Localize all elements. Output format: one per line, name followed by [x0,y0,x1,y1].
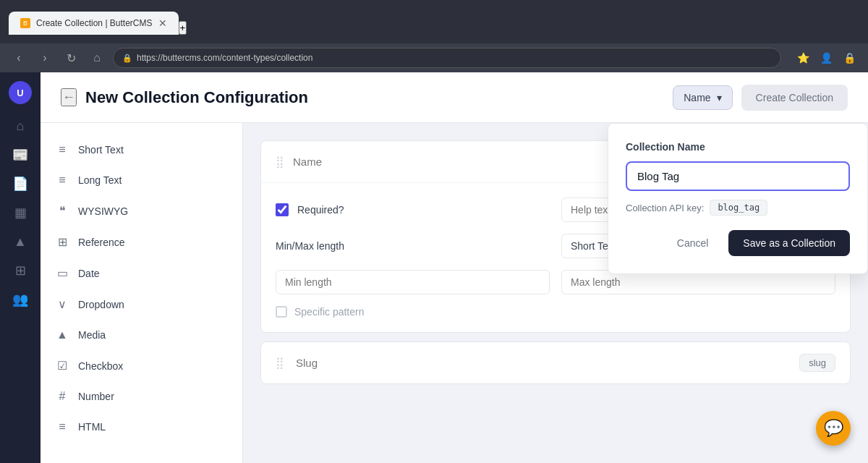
back-button[interactable]: ‹ [9,48,29,68]
pattern-row: Specific pattern [276,306,835,318]
min-length-input[interactable] [276,270,550,294]
required-label: Required? [297,204,344,216]
short-text-icon: ≡ [55,143,69,156]
vpn-button[interactable]: 🔒 [839,48,859,68]
chevron-down-icon: ▾ [717,92,722,103]
url-text: https://buttercms.com/content-types/coll… [137,53,312,63]
field-type-label: Checkbox [78,360,123,372]
user-avatar[interactable]: U [9,81,32,104]
refresh-button[interactable]: ↻ [61,48,81,68]
field-type-number[interactable]: # Number [41,381,242,412]
lock-icon: 🔒 [122,54,132,63]
field-type-label: Dropdown [78,299,124,310]
wysiwyg-icon: ❝ [55,204,69,218]
field-type-label: HTML [78,421,106,433]
page-header-right: Name ▾ Create Collection [673,85,848,111]
field-type-sidebar: ≡ Short Text ≡ Long Text ❝ WYSIWYG ⊞ Ref… [41,123,243,463]
pattern-checkbox[interactable] [276,306,287,318]
browser-tabs: B Create Collection | ButterCMS ✕ + [9,9,187,35]
back-button[interactable]: ← [61,88,77,106]
page-title: New Collection Configuration [85,88,308,107]
pattern-label: Specific pattern [294,306,365,318]
collection-name-input[interactable] [626,161,850,191]
slug-drag-handle-icon: ⣿ [276,356,284,370]
html-icon: ≡ [55,420,69,433]
address-bar[interactable]: 🔒 https://buttercms.com/content-types/co… [113,48,781,68]
editor-area: ⣿ name Required? [243,123,868,463]
minmax-label: Min/Max length [276,240,344,252]
long-text-icon: ≡ [55,174,69,187]
nav-media-icon[interactable]: ▲ [7,229,33,255]
field-type-label: Short Text [78,144,124,156]
nav-home-icon[interactable]: ⌂ [7,113,33,139]
name-dropdown[interactable]: Name ▾ [673,85,732,110]
save-collection-button[interactable]: Save as a Collection [728,230,850,256]
nav-sidebar: U ⌂ 📰 📄 ▦ ▲ ⊞ 👥 [0,72,41,463]
date-icon: ▭ [55,266,69,280]
field-type-wysiwyg[interactable]: ❝ WYSIWYG [41,195,242,226]
field-type-label: Media [78,329,106,341]
add-tab-button[interactable]: + [179,21,187,35]
field-type-label: Long Text [78,174,122,186]
field-type-reference[interactable]: ⊞ Reference [41,226,242,258]
nav-collections-icon[interactable]: ▦ [7,200,33,226]
field-type-dropdown[interactable]: ∨ Dropdown [41,289,242,320]
panel-actions: Cancel Save as a Collection [626,230,850,256]
create-collection-button[interactable]: Create Collection [741,85,848,111]
profile-button[interactable]: 👤 [816,48,836,68]
field-type-long-text[interactable]: ≡ Long Text [41,165,242,195]
page-header: ← New Collection Configuration Name ▾ Cr… [41,72,868,123]
chat-icon: 💬 [824,419,843,438]
home-button[interactable]: ⌂ [87,48,107,68]
field-type-short-text[interactable]: ≡ Short Text [41,135,242,165]
field-type-media[interactable]: ▲ Media [41,320,242,350]
extensions-button[interactable]: ⭐ [793,48,813,68]
tab-title: Create Collection | ButterCMS [36,18,153,28]
checkbox-icon: ☑ [55,359,69,373]
required-row: Required? [276,197,550,222]
drag-handle-icon: ⣿ [276,155,284,169]
field-type-label: WYSIWYG [78,205,128,217]
cancel-button[interactable]: Cancel [665,232,720,255]
required-checkbox[interactable] [276,203,289,216]
field-type-label: Number [78,391,114,402]
field-type-date[interactable]: ▭ Date [41,258,242,289]
slug-badge: slug [799,354,835,372]
tab-favicon: B [20,18,30,28]
browser-chrome: B Create Collection | ButterCMS ✕ + [0,0,868,43]
api-key-row: Collection API key: blog_tag [626,200,850,216]
tab-close-button[interactable]: ✕ [158,17,167,29]
field-type-label: Date [78,268,100,279]
field-type-html[interactable]: ≡ HTML [41,412,242,442]
nav-pages-icon[interactable]: 📄 [7,171,33,197]
api-key-label: Collection API key: [626,203,704,213]
nav-users-icon[interactable]: 👥 [7,286,33,313]
active-tab[interactable]: B Create Collection | ButterCMS ✕ [9,12,179,35]
dropdown-icon: ∨ [55,297,69,311]
page-header-left: ← New Collection Configuration [61,88,308,107]
content-area: ≡ Short Text ≡ Long Text ❝ WYSIWYG ⊞ Ref… [41,123,868,463]
nav-grid-icon[interactable]: ⊞ [7,258,33,284]
reference-icon: ⊞ [55,235,69,249]
nav-posts-icon[interactable]: 📰 [7,142,33,168]
browser-actions: ⭐ 👤 🔒 [793,48,859,68]
chat-button[interactable]: 💬 [816,411,851,446]
forward-button[interactable]: › [35,48,55,68]
number-icon: # [55,390,69,403]
browser-toolbar: ‹ › ↻ ⌂ 🔒 https://buttercms.com/content-… [0,43,868,72]
main-content: ← New Collection Configuration Name ▾ Cr… [41,72,868,463]
collection-panel: Collection Name Collection API key: blog… [608,123,868,274]
minmax-label-container: Min/Max length [276,234,550,258]
field-type-checkbox[interactable]: ☑ Checkbox [41,350,242,381]
slug-field-row: ⣿ slug [260,341,851,384]
field-type-label: Reference [78,237,125,248]
api-key-badge: blog_tag [710,200,767,216]
collection-panel-title: Collection Name [626,141,850,153]
name-dropdown-label: Name [684,92,710,103]
app-layout: U ⌂ 📰 📄 ▦ ▲ ⊞ 👥 ← New Collection Configu… [0,72,868,463]
media-icon: ▲ [55,328,69,341]
slug-field-input[interactable] [296,357,788,369]
